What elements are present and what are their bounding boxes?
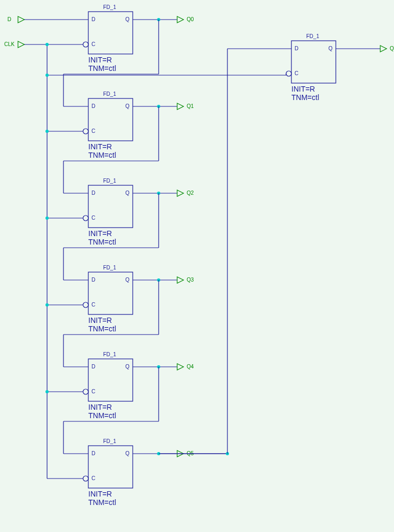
ff-param-init: INIT=R [88, 229, 112, 238]
net-junction [45, 390, 49, 393]
net-junction [45, 130, 49, 133]
port-label-Q6: Q6 [390, 46, 394, 51]
ff-pin-d: D [91, 103, 95, 109]
ff-title: FD_1 [103, 351, 116, 357]
ff-pin-c: C [91, 475, 95, 481]
ff-pin-c: C [91, 302, 95, 308]
ff-pin-q: Q [125, 364, 130, 369]
schematic-canvas: FD_1DCQINIT=RTNM=ctlFD_1DCQINIT=RTNM=ctl… [0, 0, 394, 532]
ff-pin-q: Q [125, 277, 130, 283]
output-port-icon [177, 277, 184, 283]
ff-pin-c: C [91, 41, 95, 47]
ff-param-tnm: TNM=ctl [88, 238, 116, 246]
ff-pin-q: Q [125, 450, 130, 456]
ff-pin-c: C [91, 389, 95, 394]
ff-pin-d: D [295, 46, 298, 51]
ff-pin-q: Q [328, 46, 333, 51]
ff-param-tnm: TNM=ctl [291, 93, 319, 102]
port-label-Q3: Q3 [187, 277, 194, 283]
net-junction [45, 43, 49, 46]
output-port-icon [177, 364, 184, 370]
ff-param-tnm: TNM=ctl [88, 64, 116, 73]
output-port-icon [177, 190, 184, 196]
ff-param-init: INIT=R [291, 85, 315, 93]
ff-pin-d: D [91, 364, 95, 369]
port-label-Q0: Q0 [187, 16, 194, 22]
ff-pin-d: D [91, 190, 95, 196]
ff-pin-q: Q [125, 190, 130, 196]
ff-param-init: INIT=R [88, 403, 112, 411]
net-junction [45, 303, 49, 306]
ff-pin-q: Q [125, 103, 130, 109]
port-label-Q1: Q1 [187, 103, 194, 109]
inverting-bubble-icon [83, 476, 88, 481]
ff-pin-c: C [295, 70, 298, 76]
ff-title: FD_1 [103, 4, 116, 10]
ff-param-init: INIT=R [88, 490, 112, 498]
ff-pin-c: C [91, 215, 95, 221]
output-port-icon [177, 103, 184, 110]
input-port-icon [18, 16, 24, 23]
ff-param-tnm: TNM=ctl [88, 151, 116, 159]
ff-param-tnm: TNM=ctl [88, 411, 116, 420]
port-label-CLK: CLK [4, 41, 15, 47]
port-label-D: D [7, 16, 11, 22]
output-port-icon [380, 46, 387, 52]
ff-title: FD_1 [103, 91, 116, 97]
ff-title: FD_1 [103, 265, 116, 270]
ff-param-tnm: TNM=ctl [88, 324, 116, 333]
ff-pin-d: D [91, 450, 95, 456]
port-label-Q4: Q4 [187, 364, 194, 369]
input-port-icon [18, 41, 24, 48]
ff-pin-d: D [91, 277, 95, 283]
output-port-icon [177, 16, 184, 23]
inverting-bubble-icon [83, 215, 88, 221]
inverting-bubble-icon [286, 71, 291, 76]
ff-pin-c: C [91, 128, 95, 134]
inverting-bubble-icon [83, 42, 88, 47]
ff-pin-q: Q [125, 16, 130, 22]
ff-title: FD_1 [103, 178, 116, 184]
inverting-bubble-icon [83, 389, 88, 394]
ff-title: FD_1 [103, 438, 116, 444]
ff-param-init: INIT=R [88, 142, 112, 151]
ff-title: FD_1 [306, 33, 319, 39]
ff-param-tnm: TNM=ctl [88, 498, 116, 507]
net-junction [45, 74, 49, 77]
ff-pin-d: D [91, 16, 95, 22]
inverting-bubble-icon [83, 129, 88, 134]
net-junction [45, 217, 49, 220]
ff-param-init: INIT=R [88, 316, 112, 324]
port-label-Q2: Q2 [187, 190, 194, 196]
inverting-bubble-icon [83, 302, 88, 308]
ff-param-init: INIT=R [88, 56, 112, 64]
